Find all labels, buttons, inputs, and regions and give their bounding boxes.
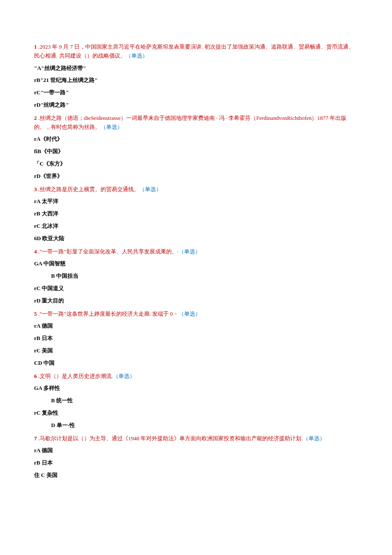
option-text: 德国 (40, 323, 52, 329)
question-text: 2023 年 9 月 7 日，中国国家主席习近平在哈萨克斯坦发表重要演讲. 初次… (34, 44, 354, 59)
question-stem: 2 .丝绸之路（德语；dieSeidenstrasse）一词最早来自于德国地理学… (34, 114, 358, 132)
answer-option[interactable]: rD《世界》 (34, 172, 358, 181)
answer-option[interactable]: 「C《东方》 (34, 160, 358, 169)
question-block: 4 ."一带一路"彰显了全面深化改革、人民共享发展成果的。·（单选）GA 中国智… (34, 247, 358, 305)
answer-option[interactable]: 6D 欧亚大陆 (34, 234, 358, 243)
answer-option[interactable]: rA 德国 (34, 446, 358, 455)
option-prefix: GA (34, 260, 42, 267)
question-stem: 4 ."一带一路"彰显了全面深化改革、人民共享发展成果的。·（单选） (34, 247, 358, 256)
option-text: 单一-性 (55, 422, 75, 428)
question-text: 文明（）是人类历史进步潮流. (40, 373, 113, 379)
option-prefix: 住 C (34, 472, 45, 478)
option-text: 欧亚大陆 (41, 235, 64, 241)
answer-option[interactable]: rB 日本 (34, 459, 358, 468)
question-block: 2 .丝绸之路（德语；dieSeidenstrasse）一词最早来自于德国地理学… (34, 114, 358, 181)
option-text: 中国担当 (55, 273, 78, 279)
answer-option[interactable]: rA 德国 (34, 322, 358, 331)
answer-option[interactable]: B 中国担当 (34, 272, 358, 281)
answer-option[interactable]: rD"丝绸之路" (34, 101, 358, 110)
option-text: 北冰洋 (40, 223, 58, 229)
option-text: 《中国》 (41, 148, 63, 154)
option-text: "丝绸之路经济带" (41, 65, 86, 71)
option-prefix: "A (34, 65, 41, 71)
question-block: 1 .2023 年 9 月 7 日，中国国家主席习近平在哈萨克斯坦发表重要演讲.… (34, 43, 358, 110)
question-text: 马歇尔计划是以（）为主导、通过《1948 年对外援助法》单方面向欧洲国家投资和输… (40, 435, 303, 442)
option-text: 重大目的 (40, 297, 64, 304)
question-hint: （单选） (179, 311, 201, 317)
answer-option[interactable]: rB 日本 (34, 334, 358, 343)
answer-option[interactable]: GA 中国智慈 (34, 259, 358, 268)
option-prefix: rC (34, 410, 40, 416)
question-block: 5 ."一带一路"这条世界上婷度最长的经济大走廊. 发端于 0・（单选）rA 德… (34, 310, 358, 368)
question-stem: 5 ."一带一路"这条世界上婷度最长的经济大走廊. 发端于 0・（单选） (34, 310, 358, 319)
answer-option[interactable]: rB 大西洋 (34, 209, 358, 218)
answer-option[interactable]: D 单一-性 (34, 421, 358, 430)
option-text: 中国道义 (40, 285, 64, 291)
option-prefix: rC (34, 89, 40, 96)
option-text: "一带一路" (40, 89, 69, 96)
option-prefix: rB (34, 459, 40, 466)
question-hint: （单选） (113, 373, 135, 379)
option-prefix: B (51, 273, 55, 279)
option-prefix: rA (34, 136, 40, 142)
option-prefix: rD (34, 102, 40, 108)
option-text: 德国 (40, 447, 52, 453)
option-prefix: rA (34, 198, 40, 204)
option-text: 《世界》 (40, 173, 63, 179)
question-block: 3 .丝绸之路是历史上横贯。的贸易交通线。（单选）rA 太平洋rB 大西洋rC … (34, 185, 358, 243)
option-text: 美国 (40, 347, 53, 354)
question-hint: （单选） (126, 52, 148, 59)
answer-option[interactable]: rB"21 世纪海上丝绸之路" (34, 76, 358, 85)
option-text: 多样性 (42, 385, 60, 391)
question-stem: 3 .丝绸之路是历史上横贯。的贸易交通线。（单选） (34, 185, 358, 194)
answer-option[interactable]: rA 太平洋 (34, 197, 358, 206)
option-text: 中国智慈 (42, 260, 66, 267)
answer-option[interactable]: rA《时代》 (34, 135, 358, 144)
answer-option[interactable]: 住 C 美国 (34, 471, 358, 480)
answer-option[interactable]: GA 多样性 (34, 384, 358, 393)
option-prefix: rA (34, 323, 40, 329)
question-stem: 6 .文明（）是人类历史进步潮流.（单选） (34, 372, 358, 381)
answer-option[interactable]: B 统一性 (34, 396, 358, 405)
document-body: 1 .2023 年 9 月 7 日，中国国家主席习近平在哈萨克斯坦发表重要演讲.… (34, 43, 358, 480)
option-text: 统一性 (55, 397, 73, 404)
option-prefix: rB (34, 210, 40, 217)
option-prefix: rA (34, 447, 40, 453)
answer-option[interactable]: fiB《中国》 (34, 147, 358, 156)
option-prefix: rC (34, 285, 40, 291)
answer-option[interactable]: rC"一带一路" (34, 88, 358, 97)
option-text: "丝绸之路" (40, 102, 69, 108)
option-prefix: rB (34, 335, 40, 341)
option-text: 日本 (40, 459, 52, 466)
option-text: "21 世纪海上丝绸之路" (40, 77, 98, 83)
answer-option[interactable]: rC 复杂性 (34, 409, 358, 418)
question-text: 丝绸之路（德语；dieSeidenstrasse）一词最早来自于德国地理学家费迪… (34, 115, 346, 130)
option-text: 《时代》 (40, 136, 63, 142)
option-prefix: rD (34, 173, 40, 179)
question-text: 丝绸之路是历史上横贯。的贸易交通线。 (40, 186, 139, 192)
option-prefix: 「C (34, 160, 43, 167)
question-hint: （单选） (101, 124, 123, 130)
option-prefix: GA (34, 385, 42, 391)
option-prefix: rD (34, 297, 40, 304)
answer-option[interactable]: rC 北冰洋 (34, 222, 358, 231)
option-prefix: rC (34, 347, 40, 354)
option-text: 复杂性 (40, 410, 58, 416)
question-text: "一带一路"这条世界上婷度最长的经济大走廊. 发端于 0・ (40, 311, 179, 317)
option-prefix: fiB (34, 148, 41, 154)
question-text: "一带一路"彰显了全面深化改革、人民共享发展成果的。· (40, 248, 179, 255)
answer-option[interactable]: "A"丝绸之路经济带" (34, 64, 358, 73)
answer-option[interactable]: CD 中国 (34, 359, 358, 368)
question-stem: 1 .2023 年 9 月 7 日，中国国家主席习近平在哈萨克斯坦发表重要演讲.… (34, 43, 358, 61)
option-prefix: D (51, 422, 55, 428)
option-prefix: rB (34, 77, 40, 83)
option-prefix: B (51, 397, 55, 404)
option-prefix: 6D (34, 235, 41, 241)
option-text: 《东方》 (43, 160, 66, 167)
question-stem: 7 .马歇尔计划是以（）为主导、通过《1948 年对外援助法》单方面向欧洲国家投… (34, 434, 358, 443)
answer-option[interactable]: rD 重大目的 (34, 296, 358, 305)
question-block: 6 .文明（）是人类历史进步潮流.（单选）GA 多样性B 统一性rC 复杂性D … (34, 372, 358, 430)
answer-option[interactable]: rC 中国道义 (34, 284, 358, 293)
question-hint: （单选） (139, 186, 161, 192)
answer-option[interactable]: rC 美国 (34, 346, 358, 355)
